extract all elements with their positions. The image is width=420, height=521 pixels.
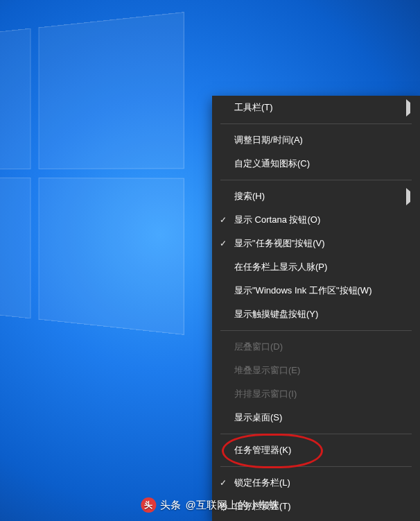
check-icon: ✓ <box>220 215 227 225</box>
menu-item-label: 任务栏设置(T) <box>234 500 410 513</box>
menu-separator <box>220 180 412 180</box>
menu-item-label: 搜索(H) <box>234 190 406 203</box>
menu-separator <box>220 123 412 124</box>
menu-item-search[interactable]: 搜索(H) <box>212 185 420 208</box>
menu-item-side-by-side-windows: 并排显示窗口(I) <box>212 382 420 406</box>
menu-item-label: 显示"Windows Ink 工作区"按钮(W) <box>234 284 410 297</box>
menu-separator <box>220 466 412 467</box>
menu-separator <box>220 434 412 434</box>
menu-item-label: 锁定任务栏(L) <box>234 477 410 489</box>
menu-item-lock-taskbar[interactable]: ✓ 锁定任务栏(L) <box>212 471 420 495</box>
check-icon: ✓ <box>220 478 227 488</box>
menu-item-label: 显示 Cortana 按钮(O) <box>234 214 410 226</box>
menu-item-label: 层叠窗口(D) <box>234 341 410 353</box>
menu-item-show-cortana-button[interactable]: ✓ 显示 Cortana 按钮(O) <box>212 208 420 232</box>
submenu-arrow-icon <box>406 103 410 113</box>
taskbar-context-menu: 工具栏(T) 调整日期/时间(A) 自定义通知图标(C) 搜索(H) ✓ 显示 … <box>212 96 420 521</box>
menu-item-label: 显示触摸键盘按钮(Y) <box>234 308 410 321</box>
menu-item-label: 任务管理器(K) <box>234 444 410 456</box>
submenu-arrow-icon <box>406 191 410 202</box>
menu-item-task-manager[interactable]: 任务管理器(K) <box>212 438 420 462</box>
gear-icon: ⚙ <box>219 502 228 512</box>
menu-item-label: 在任务栏上显示人脉(P) <box>234 261 410 273</box>
menu-item-label: 并排显示窗口(I) <box>234 388 410 400</box>
menu-item-label: 自定义通知图标(C) <box>234 157 410 170</box>
windows-logo <box>0 12 184 335</box>
check-icon: ✓ <box>220 239 227 248</box>
menu-item-show-task-view-button[interactable]: ✓ 显示"任务视图"按钮(V) <box>212 232 420 255</box>
menu-item-cascade-windows: 层叠窗口(D) <box>212 335 420 359</box>
menu-separator <box>220 330 412 331</box>
menu-item-label: 调整日期/时间(A) <box>234 134 410 146</box>
menu-item-stacked-windows: 堆叠显示窗口(E) <box>212 359 420 382</box>
menu-item-show-touch-keyboard-button[interactable]: 显示触摸键盘按钮(Y) <box>212 302 420 326</box>
menu-item-custom-notification-icons[interactable]: 自定义通知图标(C) <box>212 152 420 176</box>
menu-item-taskbar-settings[interactable]: ⚙ 任务栏设置(T) <box>212 495 420 518</box>
menu-item-show-windows-ink-button[interactable]: 显示"Windows Ink 工作区"按钮(W) <box>212 279 420 302</box>
menu-item-label: 工具栏(T) <box>234 101 406 114</box>
menu-item-toolbars[interactable]: 工具栏(T) <box>212 96 420 119</box>
menu-item-label: 显示"任务视图"按钮(V) <box>234 237 410 250</box>
menu-item-show-desktop[interactable]: 显示桌面(S) <box>212 406 420 429</box>
menu-item-adjust-date-time[interactable]: 调整日期/时间(A) <box>212 128 420 152</box>
menu-item-show-people[interactable]: 在任务栏上显示人脉(P) <box>212 255 420 279</box>
menu-item-label: 显示桌面(S) <box>234 411 410 424</box>
menu-item-label: 堆叠显示窗口(E) <box>234 364 410 377</box>
